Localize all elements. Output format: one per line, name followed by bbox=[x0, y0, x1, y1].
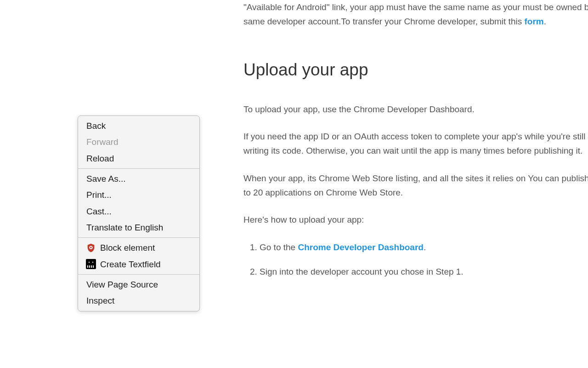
menu-print[interactable]: Print... bbox=[78, 187, 199, 203]
menu-forward: Forward bbox=[78, 134, 199, 150]
menu-reload-label: Reload bbox=[86, 151, 114, 166]
menu-create-textfield-label: Create Textfield bbox=[100, 257, 161, 271]
step-1: Go to the Chrome Developer Dashboard. bbox=[260, 240, 588, 254]
menu-save-as-label: Save As... bbox=[86, 172, 126, 186]
step-2: Sign into the developer account you chos… bbox=[260, 264, 588, 279]
menu-cast-label: Cast... bbox=[86, 204, 112, 218]
upload-heading: Upload your app bbox=[243, 56, 588, 84]
step1-suffix: . bbox=[424, 242, 426, 252]
menu-cast[interactable]: Cast... bbox=[78, 203, 199, 219]
menu-view-source[interactable]: View Page Source bbox=[78, 276, 199, 293]
menu-reload[interactable]: Reload bbox=[78, 150, 199, 167]
menu-translate[interactable]: Translate to English bbox=[78, 219, 199, 236]
menu-back[interactable]: Back bbox=[78, 118, 199, 134]
menu-print-label: Print... bbox=[86, 188, 112, 202]
step1-prefix: Go to the bbox=[260, 242, 298, 252]
context-menu: Back Forward Reload Save As... Print... … bbox=[78, 115, 200, 311]
menu-forward-label: Forward bbox=[86, 135, 119, 149]
form-link[interactable]: form bbox=[524, 17, 543, 26]
menu-block-element[interactable]: Block element bbox=[78, 240, 199, 256]
menu-save-as[interactable]: Save As... bbox=[78, 171, 199, 187]
menu-translate-label: Translate to English bbox=[86, 220, 163, 235]
intro-end: . bbox=[544, 17, 546, 26]
ublock-icon bbox=[85, 243, 97, 253]
menu-back-label: Back bbox=[86, 119, 106, 133]
menu-inspect-label: Inspect bbox=[86, 293, 114, 308]
intro-paragraph: "Available for Android" link, your app m… bbox=[243, 0, 588, 29]
menu-create-textfield[interactable]: Create Textfield bbox=[78, 256, 199, 272]
upload-steps: Go to the Chrome Developer Dashboard. Si… bbox=[243, 240, 588, 279]
paragraph-2: If you need the app ID or an OAuth acces… bbox=[243, 129, 588, 158]
menu-inspect[interactable]: Inspect bbox=[78, 293, 199, 309]
paragraph-1: To upload your app, use the Chrome Devel… bbox=[243, 102, 588, 116]
paragraph-4: Here's how to upload your app: bbox=[243, 213, 588, 227]
paragraph-3: When your app, its Chrome Web Store list… bbox=[243, 171, 588, 200]
space-invader-icon bbox=[85, 259, 97, 269]
page-content: "Available for Android" link, your app m… bbox=[243, 0, 588, 289]
dashboard-link[interactable]: Chrome Developer Dashboard bbox=[298, 242, 423, 252]
menu-block-element-label: Block element bbox=[100, 241, 155, 255]
svg-point-1 bbox=[90, 247, 92, 248]
menu-view-source-label: View Page Source bbox=[86, 277, 158, 292]
